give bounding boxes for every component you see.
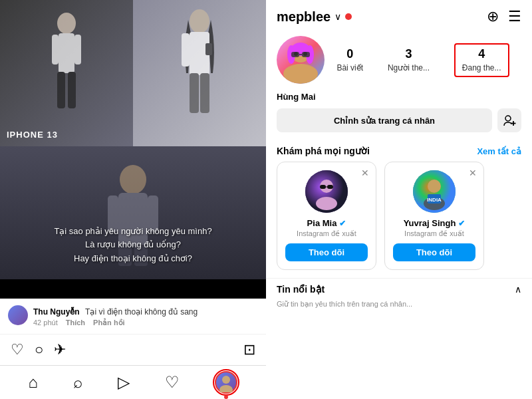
comment-text: Tại vì điện thoại không đủ sang — [85, 307, 198, 317]
discover-title: Khám phá mọi người — [277, 146, 370, 156]
follow-button-2[interactable]: Theo dõi — [393, 243, 475, 261]
profile-stats: 0 Bài viết 3 Người the... 4 Đang the... — [266, 31, 532, 89]
comment-avatar — [8, 305, 28, 325]
svg-point-19 — [219, 385, 233, 392]
bottom-nav: ⌂ ⌕ ▷ ♡ — [0, 365, 266, 399]
svg-point-35 — [316, 197, 337, 210]
caption-overlay: Tại sao phải yêu người không yêu mình? L… — [13, 225, 253, 266]
bookmark-icon[interactable]: ⊡ — [243, 341, 255, 358]
close-suggestion-1-icon[interactable]: ✕ — [361, 168, 369, 178]
svg-point-6 — [190, 9, 209, 33]
svg-point-18 — [222, 376, 230, 384]
dropdown-arrow-icon[interactable]: ∨ — [334, 11, 341, 22]
profile-header: mepblee ∨ ⊕ ☰ — [266, 0, 532, 31]
verified-badge-1: ✔ — [339, 219, 346, 228]
see-all-link[interactable]: Xem tất cả — [477, 146, 521, 156]
highlights-title: Tin nổi bật — [277, 284, 325, 295]
following-label: Đang the... — [462, 63, 501, 72]
header-actions: ⊕ ☰ — [487, 8, 521, 25]
menu-icon[interactable]: ☰ — [508, 8, 521, 25]
svg-rect-1 — [59, 33, 74, 73]
add-friend-button[interactable] — [497, 108, 521, 132]
profile-username: mepblee — [277, 9, 331, 25]
svg-rect-4 — [57, 72, 65, 108]
follow-button-1[interactable]: Theo dõi — [285, 243, 368, 261]
suggestion-card-1: ✕ Pia Mia ✔ Instagram đề xuất Theo dõi — [277, 162, 376, 270]
highlights-sub: Giữ tin bạn yêu thích trên trang cá nhân… — [277, 300, 521, 309]
stat-posts[interactable]: 0 Bài viết — [336, 47, 363, 73]
svg-point-30 — [505, 116, 511, 121]
edit-profile-button[interactable]: Chỉnh sửa trang cá nhân — [277, 108, 492, 132]
svg-point-40 — [428, 180, 441, 193]
post-images: IPHONE 13 — [0, 0, 266, 299]
post-image-3: Tại sao phải yêu người không yêu mình? L… — [0, 146, 266, 279]
comment-icon[interactable]: ○ — [35, 341, 43, 358]
suggestion-avatar-1 — [305, 170, 348, 213]
close-suggestion-2-icon[interactable]: ✕ — [469, 168, 477, 178]
comment-username: Thu Nguyễn — [33, 307, 80, 317]
iphone-label: IPHONE 13 — [7, 130, 58, 140]
svg-rect-8 — [182, 33, 190, 66]
profile-name: Hùng Mai — [266, 89, 532, 108]
comment-time: 42 phút — [33, 319, 58, 327]
left-panel: IPHONE 13 — [0, 0, 266, 399]
svg-rect-27 — [291, 52, 299, 57]
svg-rect-28 — [302, 52, 310, 57]
active-dot — [224, 395, 228, 399]
discover-section-header: Khám phá mọi người Xem tất cả — [266, 140, 532, 162]
comment-meta: 42 phút Thích Phản hồi — [33, 319, 258, 327]
highlights-section: Tin nổi bật ∧ Giữ tin bạn yêu thích trên… — [266, 278, 532, 314]
suggestion-avatar-2: INDIA — [413, 170, 456, 213]
suggestion-card-2: ✕ INDIA — [384, 162, 484, 270]
stats-grid: 0 Bài viết 3 Người the... 4 Đang the... — [325, 43, 521, 77]
profile-nav[interactable] — [215, 371, 237, 394]
svg-point-0 — [57, 13, 76, 34]
comment-content: Thu Nguyễn Tại vì điện thoại không đủ sa… — [33, 305, 258, 327]
svg-rect-5 — [68, 72, 76, 108]
svg-point-12 — [120, 165, 146, 194]
following-count: 4 — [462, 47, 501, 61]
search-nav-icon[interactable]: ⌕ — [73, 373, 82, 392]
suggestions-row: ✕ Pia Mia ✔ Instagram đề xuất Theo dõi — [266, 162, 532, 278]
svg-rect-11 — [200, 73, 209, 113]
posts-label: Bài viết — [336, 63, 363, 72]
status-dot — [345, 13, 352, 20]
svg-rect-10 — [190, 73, 199, 113]
highlights-chevron-icon[interactable]: ∧ — [515, 284, 521, 295]
stat-followers[interactable]: 3 Người the... — [388, 47, 430, 73]
svg-rect-37 — [327, 185, 333, 189]
stat-following[interactable]: 4 Đang the... — [454, 43, 509, 77]
profile-nav-avatar[interactable] — [215, 371, 237, 394]
like-icon[interactable]: ♡ — [11, 341, 24, 358]
highlights-header: Tin nổi bật ∧ — [277, 284, 521, 297]
comment-like-action[interactable]: Thích — [66, 319, 85, 327]
suggestion-sub-1: Instagram đề xuất — [285, 229, 368, 238]
svg-rect-2 — [52, 35, 59, 65]
add-post-icon[interactable]: ⊕ — [487, 8, 499, 25]
profile-actions: Chỉnh sửa trang cá nhân — [266, 108, 532, 140]
share-icon[interactable]: ✈ — [54, 341, 66, 358]
verified-badge-2: ✔ — [458, 219, 465, 228]
post-actions: ♡ ○ ✈ ⊡ — [0, 334, 266, 365]
comment-reply-action[interactable]: Phản hồi — [93, 319, 125, 327]
svg-rect-9 — [205, 43, 212, 55]
comment-section: Thu Nguyễn Tại vì điện thoại không đủ sa… — [0, 299, 266, 334]
svg-rect-21 — [283, 64, 318, 84]
post-image-1: IPHONE 13 — [0, 0, 133, 146]
profile-avatar — [277, 36, 325, 84]
posts-count: 0 — [336, 47, 363, 61]
suggestion-name-1: Pia Mia ✔ — [285, 218, 368, 228]
post-grid-top: IPHONE 13 — [0, 0, 266, 146]
suggestion-sub-2: Instagram đề xuất — [393, 229, 475, 238]
followers-label: Người the... — [388, 63, 430, 72]
followers-count: 3 — [388, 47, 430, 61]
svg-text:INDIA: INDIA — [427, 197, 442, 203]
heart-nav-icon[interactable]: ♡ — [165, 373, 180, 392]
reels-nav-icon[interactable]: ▷ — [118, 373, 130, 392]
right-panel: mepblee ∨ ⊕ ☰ — [266, 0, 532, 399]
svg-rect-36 — [320, 185, 326, 189]
home-nav-icon[interactable]: ⌂ — [29, 373, 39, 392]
suggestion-name-2: Yuvraj Singh ✔ — [393, 218, 475, 228]
svg-rect-3 — [74, 35, 81, 65]
post-image-2 — [133, 0, 266, 146]
